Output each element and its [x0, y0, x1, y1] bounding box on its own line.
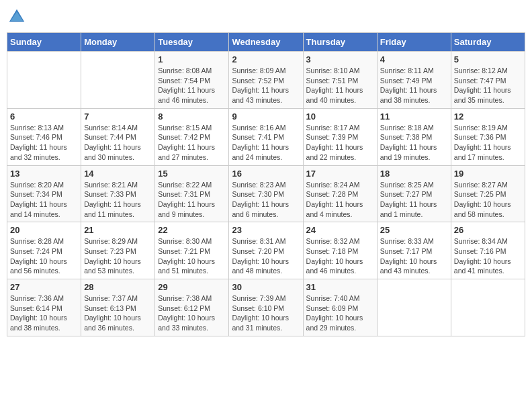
day-info: Sunrise: 8:22 AM Sunset: 7:31 PM Dayligh…	[158, 180, 226, 220]
day-number: 7	[84, 111, 152, 122]
calendar-cell: 7Sunrise: 8:14 AM Sunset: 7:44 PM Daylig…	[81, 108, 155, 165]
day-info: Sunrise: 8:29 AM Sunset: 7:23 PM Dayligh…	[84, 236, 152, 276]
day-info: Sunrise: 8:08 AM Sunset: 7:54 PM Dayligh…	[158, 66, 226, 105]
calendar-header: SundayMondayTuesdayWednesdayThursdayFrid…	[7, 33, 525, 52]
day-info: Sunrise: 8:11 AM Sunset: 7:49 PM Dayligh…	[380, 66, 448, 105]
calendar-week-4: 20Sunrise: 8:28 AM Sunset: 7:24 PM Dayli…	[7, 222, 525, 279]
day-number: 25	[380, 225, 448, 235]
calendar-cell: 25Sunrise: 8:33 AM Sunset: 7:17 PM Dayli…	[377, 222, 451, 279]
day-number: 17	[306, 169, 374, 179]
day-number: 12	[454, 111, 522, 122]
calendar-cell: 21Sunrise: 8:29 AM Sunset: 7:23 PM Dayli…	[81, 222, 155, 279]
day-number: 14	[84, 169, 152, 179]
calendar-cell	[377, 279, 451, 336]
day-info: Sunrise: 8:12 AM Sunset: 7:47 PM Dayligh…	[454, 66, 522, 105]
day-number: 5	[454, 54, 522, 64]
day-info: Sunrise: 7:36 AM Sunset: 6:14 PM Dayligh…	[10, 293, 78, 333]
day-number: 3	[306, 54, 374, 64]
calendar-cell: 27Sunrise: 7:36 AM Sunset: 6:14 PM Dayli…	[7, 279, 81, 336]
calendar-cell: 31Sunrise: 7:40 AM Sunset: 6:09 PM Dayli…	[303, 279, 377, 336]
day-number: 15	[158, 169, 226, 179]
day-info: Sunrise: 7:39 AM Sunset: 6:10 PM Dayligh…	[232, 293, 300, 333]
day-header-friday: Friday	[377, 33, 451, 52]
day-number: 18	[380, 169, 448, 179]
page-header	[7, 7, 525, 27]
day-header-saturday: Saturday	[451, 33, 525, 52]
calendar-cell: 19Sunrise: 8:27 AM Sunset: 7:25 PM Dayli…	[451, 165, 525, 222]
day-number: 31	[306, 282, 374, 292]
day-number: 27	[10, 282, 78, 292]
calendar-cell: 8Sunrise: 8:15 AM Sunset: 7:42 PM Daylig…	[155, 108, 229, 165]
calendar-cell: 3Sunrise: 8:10 AM Sunset: 7:51 PM Daylig…	[303, 52, 377, 109]
calendar-cell	[7, 52, 81, 109]
day-number: 29	[158, 282, 226, 292]
day-info: Sunrise: 8:20 AM Sunset: 7:34 PM Dayligh…	[10, 180, 78, 220]
day-number: 16	[232, 169, 300, 179]
day-header-monday: Monday	[81, 33, 155, 52]
day-number: 8	[158, 111, 226, 122]
calendar-cell: 13Sunrise: 8:20 AM Sunset: 7:34 PM Dayli…	[7, 165, 81, 222]
day-info: Sunrise: 8:31 AM Sunset: 7:20 PM Dayligh…	[232, 236, 300, 276]
day-info: Sunrise: 8:32 AM Sunset: 7:18 PM Dayligh…	[306, 236, 374, 276]
calendar-cell: 6Sunrise: 8:13 AM Sunset: 7:46 PM Daylig…	[7, 108, 81, 165]
day-info: Sunrise: 8:16 AM Sunset: 7:41 PM Dayligh…	[232, 123, 300, 163]
day-number: 4	[380, 54, 448, 64]
calendar-cell: 24Sunrise: 8:32 AM Sunset: 7:18 PM Dayli…	[303, 222, 377, 279]
day-number: 1	[158, 54, 226, 64]
day-number: 26	[454, 225, 522, 235]
day-info: Sunrise: 8:17 AM Sunset: 7:39 PM Dayligh…	[306, 123, 374, 163]
day-info: Sunrise: 8:09 AM Sunset: 7:52 PM Dayligh…	[232, 66, 300, 105]
calendar-week-1: 1Sunrise: 8:08 AM Sunset: 7:54 PM Daylig…	[7, 52, 525, 109]
calendar-cell: 20Sunrise: 8:28 AM Sunset: 7:24 PM Dayli…	[7, 222, 81, 279]
calendar-cell: 10Sunrise: 8:17 AM Sunset: 7:39 PM Dayli…	[303, 108, 377, 165]
calendar-cell	[81, 52, 155, 109]
calendar-cell: 11Sunrise: 8:18 AM Sunset: 7:38 PM Dayli…	[377, 108, 451, 165]
day-info: Sunrise: 8:14 AM Sunset: 7:44 PM Dayligh…	[84, 123, 152, 163]
day-header-sunday: Sunday	[7, 33, 81, 52]
day-header-wednesday: Wednesday	[229, 33, 303, 52]
day-info: Sunrise: 8:33 AM Sunset: 7:17 PM Dayligh…	[380, 236, 448, 276]
calendar-cell: 22Sunrise: 8:30 AM Sunset: 7:21 PM Dayli…	[155, 222, 229, 279]
day-number: 30	[232, 282, 300, 292]
day-number: 9	[232, 111, 300, 122]
calendar-cell: 26Sunrise: 8:34 AM Sunset: 7:16 PM Dayli…	[451, 222, 525, 279]
calendar-cell: 30Sunrise: 7:39 AM Sunset: 6:10 PM Dayli…	[229, 279, 303, 336]
day-header-tuesday: Tuesday	[155, 33, 229, 52]
day-info: Sunrise: 8:25 AM Sunset: 7:27 PM Dayligh…	[380, 180, 448, 220]
calendar-cell: 18Sunrise: 8:25 AM Sunset: 7:27 PM Dayli…	[377, 165, 451, 222]
logo	[7, 7, 30, 27]
calendar-cell	[451, 279, 525, 336]
calendar-cell: 16Sunrise: 8:23 AM Sunset: 7:30 PM Dayli…	[229, 165, 303, 222]
day-number: 21	[84, 225, 152, 235]
day-info: Sunrise: 8:13 AM Sunset: 7:46 PM Dayligh…	[10, 123, 78, 163]
day-info: Sunrise: 8:19 AM Sunset: 7:36 PM Dayligh…	[454, 123, 522, 163]
logo-icon	[7, 7, 27, 27]
calendar-cell: 2Sunrise: 8:09 AM Sunset: 7:52 PM Daylig…	[229, 52, 303, 109]
calendar-cell: 29Sunrise: 7:38 AM Sunset: 6:12 PM Dayli…	[155, 279, 229, 336]
calendar-week-3: 13Sunrise: 8:20 AM Sunset: 7:34 PM Dayli…	[7, 165, 525, 222]
calendar-week-2: 6Sunrise: 8:13 AM Sunset: 7:46 PM Daylig…	[7, 108, 525, 165]
day-info: Sunrise: 8:23 AM Sunset: 7:30 PM Dayligh…	[232, 180, 300, 220]
calendar-cell: 1Sunrise: 8:08 AM Sunset: 7:54 PM Daylig…	[155, 52, 229, 109]
day-info: Sunrise: 8:15 AM Sunset: 7:42 PM Dayligh…	[158, 123, 226, 163]
day-number: 11	[380, 111, 448, 122]
day-info: Sunrise: 7:37 AM Sunset: 6:13 PM Dayligh…	[84, 293, 152, 333]
day-info: Sunrise: 8:28 AM Sunset: 7:24 PM Dayligh…	[10, 236, 78, 276]
day-number: 24	[306, 225, 374, 235]
calendar-cell: 28Sunrise: 7:37 AM Sunset: 6:13 PM Dayli…	[81, 279, 155, 336]
day-info: Sunrise: 7:38 AM Sunset: 6:12 PM Dayligh…	[158, 293, 226, 333]
day-number: 10	[306, 111, 374, 122]
calendar-cell: 4Sunrise: 8:11 AM Sunset: 7:49 PM Daylig…	[377, 52, 451, 109]
day-info: Sunrise: 8:30 AM Sunset: 7:21 PM Dayligh…	[158, 236, 226, 276]
day-number: 28	[84, 282, 152, 292]
day-number: 2	[232, 54, 300, 64]
day-number: 22	[158, 225, 226, 235]
day-number: 13	[10, 169, 78, 179]
day-info: Sunrise: 7:40 AM Sunset: 6:09 PM Dayligh…	[306, 293, 374, 333]
day-number: 6	[10, 111, 78, 122]
day-info: Sunrise: 8:34 AM Sunset: 7:16 PM Dayligh…	[454, 236, 522, 276]
calendar-cell: 15Sunrise: 8:22 AM Sunset: 7:31 PM Dayli…	[155, 165, 229, 222]
day-number: 23	[232, 225, 300, 235]
day-header-thursday: Thursday	[303, 33, 377, 52]
day-info: Sunrise: 8:10 AM Sunset: 7:51 PM Dayligh…	[306, 66, 374, 105]
